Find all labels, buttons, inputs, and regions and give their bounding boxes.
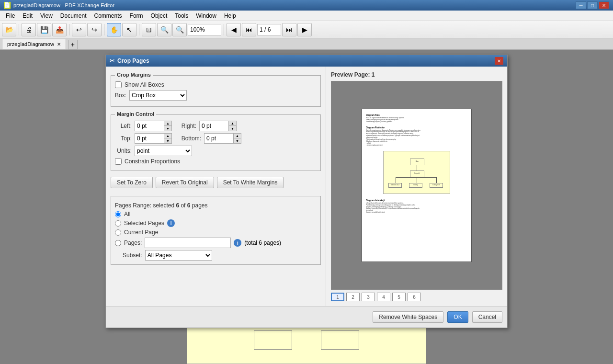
pages-selected-count: 6 [176,202,179,209]
remove-white-spaces-button[interactable]: Remove White Spaces [373,311,443,323]
left-decrement[interactable]: ▼ [164,126,171,131]
left-right-row: Left: ▲ ▼ Right: [115,121,317,131]
page-input[interactable] [257,24,281,35]
next-page-button[interactable]: ▶ [297,23,312,36]
set-to-white-margins-button[interactable]: Set To White Margins [217,177,284,188]
ok-button[interactable]: OK [447,311,468,323]
diag-arrow-3 [417,177,417,183]
set-to-zero-button[interactable]: Set To Zero [111,177,153,188]
tab-close-icon[interactable]: ✕ [57,42,61,47]
window-title: przegladDiagramow - PDF-XChange Editor [13,2,114,8]
title-bar: 📄 przegladDiagramow - PDF-XChange Editor… [0,0,613,11]
menu-form[interactable]: Form [126,11,147,20]
dialog-left-panel: Crop Margins Show All Boxes Box: Crop Bo… [106,67,326,306]
menu-file[interactable]: File [2,11,19,20]
undo-button[interactable]: ↩ [72,23,86,36]
redo-button[interactable]: ↪ [87,23,102,36]
subset-label: Subset: [123,252,142,259]
right-spinbox-controls: ▲ ▼ [228,121,236,131]
diag-arrow-1 [417,165,417,171]
first-page-button[interactable]: ⏮ [242,23,256,36]
pages-info-icon[interactable]: i [234,239,241,247]
radio-current-row: Current Page [115,229,317,236]
bottom-increment[interactable]: ▲ [233,134,241,138]
thumb-3[interactable]: 3 [362,293,375,301]
top-spinbox: ▲ ▼ [135,133,172,144]
zoom-out-button[interactable]: 🔍 [172,23,187,36]
box-label: Box: [115,92,126,99]
right-increment[interactable]: ▲ [228,121,236,126]
export-button[interactable]: 📤 [52,23,67,36]
box-row: Box: Crop Box Media Box Bleed Box Trim B… [115,90,317,101]
top-decrement[interactable]: ▼ [164,138,171,143]
zoom-in-button[interactable]: 🔍 [157,23,171,36]
box-select[interactable]: Crop Box Media Box Bleed Box Trim Box Ar… [129,90,187,101]
diag-box-3: Windows GUI [388,183,402,188]
menu-object[interactable]: Object [147,11,171,20]
left-increment[interactable]: ▲ [164,121,171,126]
preview-diagram: Main ProjectU Windows GUI Library Librar… [383,151,450,194]
pages-text-input[interactable] [145,238,231,248]
thumb-1[interactable]: 1 [331,293,344,301]
menu-comments[interactable]: Comments [91,11,126,20]
pages-total-count: 6 [187,202,191,209]
top-increment[interactable]: ▲ [164,134,171,138]
dialog-close-button[interactable]: ✕ [495,57,503,65]
action-buttons: Set To Zero Revert To Original Set To Wh… [111,177,321,188]
window-controls: ─ □ ✕ [576,1,609,9]
tab-przegladdiagramow[interactable]: przegladDiagramow ✕ [2,39,66,49]
preview-label: Preview Page: 1 [331,71,502,78]
pan-tool-button[interactable]: ✋ [107,23,121,36]
dialog-overlay: ✂ Crop Pages ✕ Crop Margins Show All Box… [0,50,613,364]
radio-selected-pages[interactable] [115,220,121,227]
revert-to-original-button[interactable]: Revert To Original [156,177,214,188]
units-select[interactable]: point inch cm mm pica [135,146,192,156]
tab-label: przegladDiagramow [7,41,54,47]
open-button[interactable]: 📂 [2,23,16,36]
prev-page-button[interactable]: ◀ [227,23,241,36]
zoom-fit-button[interactable]: ⊡ [142,23,156,36]
last-page-button[interactable]: ⏭ [282,23,296,36]
menu-document[interactable]: Document [57,11,91,20]
thumb-5[interactable]: 5 [392,293,406,301]
thumb-6[interactable]: 6 [408,293,421,301]
right-decrement[interactable]: ▼ [228,126,236,131]
show-all-boxes-checkbox[interactable] [115,81,122,88]
left-input[interactable] [135,121,164,131]
menu-tools[interactable]: Tools [171,11,192,20]
maximize-button[interactable]: □ [587,1,598,9]
info-icon[interactable]: i [167,219,175,227]
minimize-button[interactable]: ─ [576,1,586,9]
cancel-button[interactable]: Cancel [472,311,502,323]
top-input[interactable] [135,134,164,143]
save-button[interactable]: 💾 [37,23,51,36]
menu-view[interactable]: View [36,11,57,20]
menu-window[interactable]: Window [192,11,220,20]
crop-margins-group: Crop Margins Show All Boxes Box: Crop Bo… [111,75,321,107]
menu-edit[interactable]: Edit [19,11,36,20]
units-row: Units: point inch cm mm pica [115,146,317,156]
left-label: Left: [115,123,132,129]
radio-pages[interactable] [115,240,121,246]
constrain-proportions-label: Constrain Proportions [125,158,180,165]
print-button[interactable]: 🖨 [22,23,36,36]
right-input[interactable] [200,121,228,131]
new-tab-button[interactable]: + [68,40,78,49]
dialog-body: Crop Margins Show All Boxes Box: Crop Bo… [106,67,507,306]
top-spinbox-controls: ▲ ▼ [164,134,171,143]
constrain-proportions-checkbox[interactable] [115,158,122,165]
radio-all[interactable] [115,211,121,217]
subset-select[interactable]: All Pages Even Pages Odd Pages [145,250,212,261]
bottom-input[interactable] [204,134,233,143]
thumb-2[interactable]: 2 [346,293,360,301]
thumb-4[interactable]: 4 [377,293,390,301]
zoom-input[interactable]: 100% [188,24,221,35]
toolbar-separator-1 [19,24,19,35]
crop-pages-dialog: ✂ Crop Pages ✕ Crop Margins Show All Box… [105,55,508,328]
radio-current-page[interactable] [115,229,121,236]
menu-help[interactable]: Help [220,11,240,20]
close-button[interactable]: ✕ [599,1,609,9]
select-button[interactable]: ↖ [122,23,136,36]
bottom-decrement[interactable]: ▼ [233,138,241,143]
radio-all-label: All [124,211,130,217]
